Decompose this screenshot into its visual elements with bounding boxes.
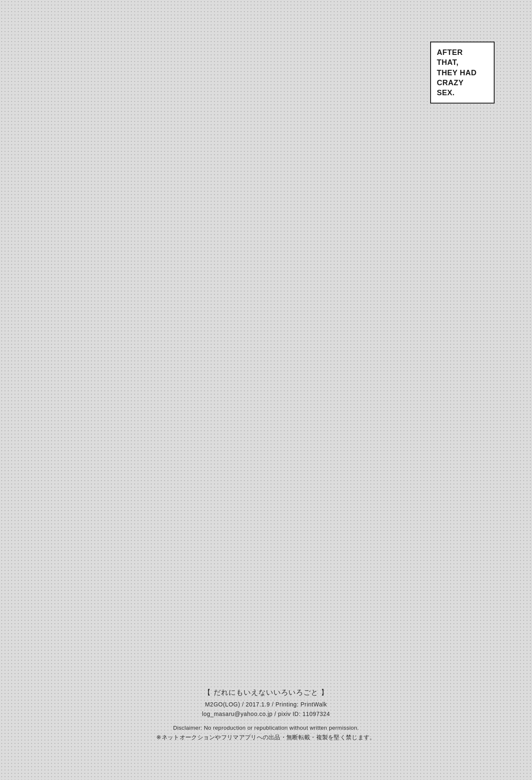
footer-disclaimer: Disclaimer: No reproduction or republica… <box>156 723 375 743</box>
footer-disclaimer-line1: Disclaimer: No reproduction or republica… <box>173 725 359 731</box>
footer-info: M2GO(LOG) / 2017.1.9 / Printing: PrintWa… <box>202 700 330 718</box>
speech-box-text: Afterthat,they hadcrazysex. <box>437 47 488 98</box>
footer-disclaimer-line2: ※ネットオークションやフリマアプリへの出品・無断転載・複製を堅く禁じます。 <box>156 734 375 741</box>
speech-box: Afterthat,they hadcrazysex. <box>430 42 495 104</box>
page-background <box>0 0 532 780</box>
footer-title: 【 だれにもいえないいろいろごと 】 <box>204 688 328 697</box>
footer-info-line1: M2GO(LOG) / 2017.1.9 / Printing: PrintWa… <box>205 701 327 708</box>
footer-section: 【 だれにもいえないいろいろごと 】 M2GO(LOG) / 2017.1.9 … <box>0 688 532 743</box>
footer-info-line2: log_masaru@yahoo.co.jp / pixiv ID: 11097… <box>202 711 330 717</box>
